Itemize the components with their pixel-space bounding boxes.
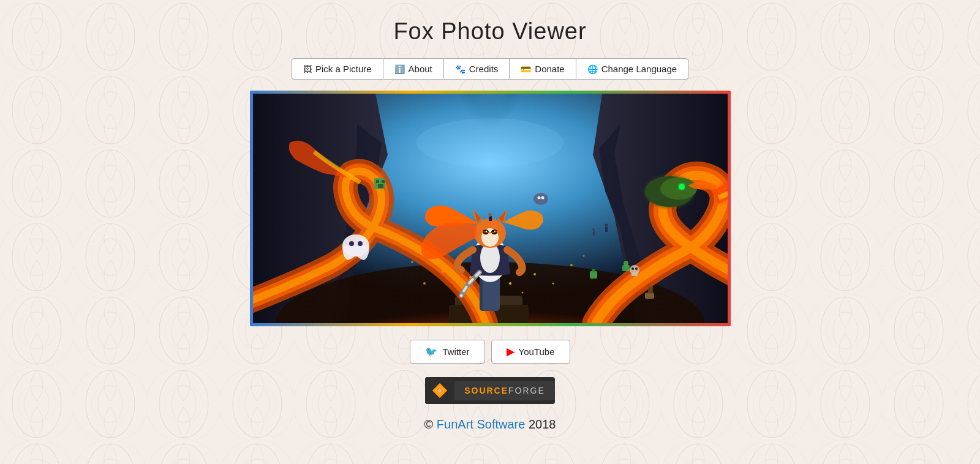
image-frame bbox=[250, 91, 731, 326]
donate-button[interactable]: 💳 Donate bbox=[510, 58, 576, 80]
svg-rect-56 bbox=[592, 269, 595, 272]
card-icon: 💳 bbox=[521, 64, 531, 74]
nav-bar: 🖼 Pick a Picture ℹ️ About 🐾 Credits 💳 Do… bbox=[292, 58, 688, 80]
svg-rect-58 bbox=[605, 227, 608, 232]
svg-rect-36 bbox=[489, 216, 492, 221]
svg-point-40 bbox=[469, 276, 472, 279]
sourceforge-text: SOURCEFORGE bbox=[454, 381, 555, 400]
svg-point-39 bbox=[521, 292, 523, 294]
svg-point-33 bbox=[533, 193, 548, 205]
svg-point-34 bbox=[537, 196, 540, 200]
paw-icon: 🐾 bbox=[455, 64, 466, 74]
svg-rect-27 bbox=[376, 180, 379, 183]
svg-point-31 bbox=[349, 241, 354, 246]
svg-point-48 bbox=[582, 255, 584, 257]
main-image bbox=[253, 94, 728, 323]
sourceforge-badge[interactable]: SOURCEFORGE bbox=[425, 377, 555, 404]
sourceforge-logo bbox=[425, 377, 454, 404]
svg-point-63 bbox=[624, 261, 628, 266]
svg-point-45 bbox=[423, 282, 426, 285]
svg-point-42 bbox=[533, 273, 536, 275]
image-icon: 🖼 bbox=[303, 64, 312, 74]
svg-point-52 bbox=[635, 268, 638, 270]
svg-rect-54 bbox=[648, 286, 653, 294]
svg-point-37 bbox=[488, 213, 492, 217]
twitter-button[interactable]: 🐦 Twitter bbox=[410, 340, 484, 364]
svg-point-11 bbox=[679, 184, 685, 190]
credits-button[interactable]: 🐾 Credits bbox=[444, 58, 510, 80]
svg-rect-60 bbox=[593, 231, 595, 236]
sourceforge-diamond-icon bbox=[431, 382, 448, 399]
svg-rect-28 bbox=[382, 180, 385, 183]
svg-point-38 bbox=[509, 282, 511, 285]
svg-point-10 bbox=[660, 178, 697, 200]
svg-point-47 bbox=[411, 261, 413, 263]
svg-point-32 bbox=[358, 241, 363, 246]
pick-picture-button[interactable]: 🖼 Pick a Picture bbox=[292, 58, 383, 80]
about-button[interactable]: ℹ️ About bbox=[383, 58, 444, 80]
app-title: Fox Photo Viewer bbox=[393, 18, 586, 45]
globe-icon: 🌐 bbox=[587, 64, 598, 74]
svg-point-41 bbox=[454, 286, 456, 288]
social-buttons: 🐦 Twitter ▶ YouTube bbox=[410, 340, 570, 364]
twitter-icon: 🐦 bbox=[425, 346, 437, 357]
svg-point-43 bbox=[441, 270, 444, 273]
svg-point-61 bbox=[592, 228, 595, 231]
svg-point-44 bbox=[552, 283, 554, 285]
footer: © FunArt Software 2018 bbox=[424, 417, 556, 432]
svg-point-57 bbox=[417, 118, 564, 167]
svg-point-59 bbox=[605, 224, 608, 227]
svg-rect-62 bbox=[622, 265, 630, 271]
svg-point-51 bbox=[631, 268, 634, 270]
svg-point-35 bbox=[541, 196, 544, 200]
svg-rect-29 bbox=[378, 184, 383, 188]
funart-link[interactable]: FunArt Software bbox=[437, 417, 526, 431]
svg-point-46 bbox=[570, 264, 573, 266]
svg-rect-50 bbox=[631, 272, 638, 276]
change-language-button[interactable]: 🌐 Change Language bbox=[576, 58, 688, 80]
youtube-icon: ▶ bbox=[507, 346, 514, 357]
info-icon: ℹ️ bbox=[394, 64, 405, 74]
youtube-button[interactable]: ▶ YouTube bbox=[491, 340, 570, 364]
